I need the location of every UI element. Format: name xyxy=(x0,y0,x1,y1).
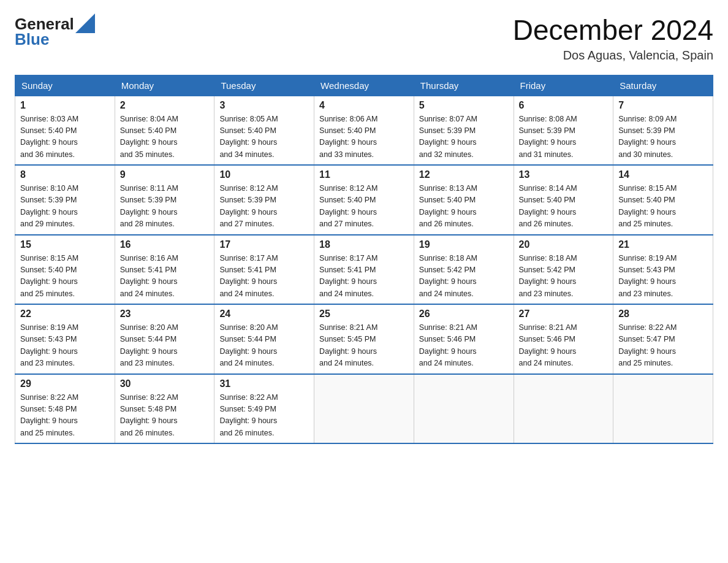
day-info: Sunrise: 8:22 AMSunset: 5:49 PMDaylight:… xyxy=(219,392,309,440)
calendar-cell: 8Sunrise: 8:10 AMSunset: 5:39 PMDaylight… xyxy=(15,165,115,235)
calendar-cell: 5Sunrise: 8:07 AMSunset: 5:39 PMDaylight… xyxy=(414,96,514,165)
calendar-cell: 28Sunrise: 8:22 AMSunset: 5:47 PMDayligh… xyxy=(613,304,713,374)
day-info: Sunrise: 8:10 AMSunset: 5:39 PMDaylight:… xyxy=(20,183,110,231)
calendar-cell: 31Sunrise: 8:22 AMSunset: 5:49 PMDayligh… xyxy=(214,374,314,444)
calendar-cell: 26Sunrise: 8:21 AMSunset: 5:46 PMDayligh… xyxy=(414,304,514,374)
logo: General Blue xyxy=(15,15,95,49)
day-number: 5 xyxy=(419,100,509,111)
calendar-cell: 15Sunrise: 8:15 AMSunset: 5:40 PMDayligh… xyxy=(15,235,115,305)
calendar-cell: 18Sunrise: 8:17 AMSunset: 5:41 PMDayligh… xyxy=(314,235,414,305)
calendar-week-2: 8Sunrise: 8:10 AMSunset: 5:39 PMDaylight… xyxy=(15,165,713,235)
calendar-cell xyxy=(314,374,414,444)
day-info: Sunrise: 8:21 AMSunset: 5:46 PMDaylight:… xyxy=(519,322,609,370)
day-number: 17 xyxy=(219,239,309,250)
calendar-week-3: 15Sunrise: 8:15 AMSunset: 5:40 PMDayligh… xyxy=(15,235,713,305)
day-info: Sunrise: 8:21 AMSunset: 5:46 PMDaylight:… xyxy=(419,322,509,370)
calendar-body: 1Sunrise: 8:03 AMSunset: 5:40 PMDaylight… xyxy=(15,96,713,443)
day-info: Sunrise: 8:17 AMSunset: 5:41 PMDaylight:… xyxy=(319,253,409,301)
day-info: Sunrise: 8:18 AMSunset: 5:42 PMDaylight:… xyxy=(519,253,609,301)
day-info: Sunrise: 8:12 AMSunset: 5:40 PMDaylight:… xyxy=(319,183,409,231)
day-info: Sunrise: 8:08 AMSunset: 5:39 PMDaylight:… xyxy=(519,113,609,161)
day-info: Sunrise: 8:13 AMSunset: 5:40 PMDaylight:… xyxy=(419,183,509,231)
month-year-title: December 2024 xyxy=(513,15,713,46)
day-info: Sunrise: 8:18 AMSunset: 5:42 PMDaylight:… xyxy=(419,253,509,301)
day-number: 11 xyxy=(319,169,409,180)
day-number: 7 xyxy=(618,100,708,111)
calendar-cell: 17Sunrise: 8:17 AMSunset: 5:41 PMDayligh… xyxy=(214,235,314,305)
calendar-cell: 12Sunrise: 8:13 AMSunset: 5:40 PMDayligh… xyxy=(414,165,514,235)
logo-blue: Blue xyxy=(15,30,49,49)
day-info: Sunrise: 8:07 AMSunset: 5:39 PMDaylight:… xyxy=(419,113,509,161)
day-info: Sunrise: 8:12 AMSunset: 5:39 PMDaylight:… xyxy=(219,183,309,231)
day-info: Sunrise: 8:06 AMSunset: 5:40 PMDaylight:… xyxy=(319,113,409,161)
calendar-cell xyxy=(613,374,713,444)
calendar-cell: 29Sunrise: 8:22 AMSunset: 5:48 PMDayligh… xyxy=(15,374,115,444)
column-header-monday: Monday xyxy=(115,75,214,96)
day-info: Sunrise: 8:22 AMSunset: 5:48 PMDaylight:… xyxy=(120,392,210,440)
calendar-cell xyxy=(514,374,613,444)
calendar-cell: 4Sunrise: 8:06 AMSunset: 5:40 PMDaylight… xyxy=(314,96,414,165)
calendar-cell: 25Sunrise: 8:21 AMSunset: 5:45 PMDayligh… xyxy=(314,304,414,374)
day-number: 14 xyxy=(618,169,708,180)
day-number: 2 xyxy=(120,100,210,111)
day-info: Sunrise: 8:20 AMSunset: 5:44 PMDaylight:… xyxy=(219,322,309,370)
calendar-cell: 11Sunrise: 8:12 AMSunset: 5:40 PMDayligh… xyxy=(314,165,414,235)
day-info: Sunrise: 8:16 AMSunset: 5:41 PMDaylight:… xyxy=(120,253,210,301)
day-number: 6 xyxy=(519,100,609,111)
day-number: 8 xyxy=(20,169,110,180)
day-number: 21 xyxy=(618,239,708,250)
logo-icon xyxy=(75,13,95,33)
day-info: Sunrise: 8:17 AMSunset: 5:41 PMDaylight:… xyxy=(219,253,309,301)
day-number: 12 xyxy=(419,169,509,180)
day-info: Sunrise: 8:21 AMSunset: 5:45 PMDaylight:… xyxy=(319,322,409,370)
day-number: 1 xyxy=(20,100,110,111)
calendar-week-4: 22Sunrise: 8:19 AMSunset: 5:43 PMDayligh… xyxy=(15,304,713,374)
column-header-sunday: Sunday xyxy=(15,75,115,96)
calendar-cell: 6Sunrise: 8:08 AMSunset: 5:39 PMDaylight… xyxy=(514,96,613,165)
column-header-tuesday: Tuesday xyxy=(214,75,314,96)
day-number: 4 xyxy=(319,100,409,111)
calendar-cell: 24Sunrise: 8:20 AMSunset: 5:44 PMDayligh… xyxy=(214,304,314,374)
day-info: Sunrise: 8:14 AMSunset: 5:40 PMDaylight:… xyxy=(519,183,609,231)
calendar-cell: 10Sunrise: 8:12 AMSunset: 5:39 PMDayligh… xyxy=(214,165,314,235)
column-header-friday: Friday xyxy=(514,75,613,96)
svg-marker-0 xyxy=(75,13,95,33)
day-number: 30 xyxy=(120,378,210,389)
calendar-cell: 13Sunrise: 8:14 AMSunset: 5:40 PMDayligh… xyxy=(514,165,613,235)
day-number: 28 xyxy=(618,308,708,320)
day-info: Sunrise: 8:09 AMSunset: 5:39 PMDaylight:… xyxy=(618,113,708,161)
day-info: Sunrise: 8:11 AMSunset: 5:39 PMDaylight:… xyxy=(120,183,210,231)
day-info: Sunrise: 8:20 AMSunset: 5:44 PMDaylight:… xyxy=(120,322,210,370)
title-block: December 2024 Dos Aguas, Valencia, Spain xyxy=(513,15,713,63)
calendar-header-row: SundayMondayTuesdayWednesdayThursdayFrid… xyxy=(15,75,713,96)
day-number: 13 xyxy=(519,169,609,180)
day-info: Sunrise: 8:19 AMSunset: 5:43 PMDaylight:… xyxy=(618,253,708,301)
location-subtitle: Dos Aguas, Valencia, Spain xyxy=(513,48,713,63)
day-info: Sunrise: 8:15 AMSunset: 5:40 PMDaylight:… xyxy=(618,183,708,231)
day-number: 23 xyxy=(120,308,210,320)
day-number: 20 xyxy=(519,239,609,250)
calendar-cell: 20Sunrise: 8:18 AMSunset: 5:42 PMDayligh… xyxy=(514,235,613,305)
calendar-cell: 27Sunrise: 8:21 AMSunset: 5:46 PMDayligh… xyxy=(514,304,613,374)
calendar-cell: 3Sunrise: 8:05 AMSunset: 5:40 PMDaylight… xyxy=(214,96,314,165)
calendar-cell: 22Sunrise: 8:19 AMSunset: 5:43 PMDayligh… xyxy=(15,304,115,374)
day-info: Sunrise: 8:19 AMSunset: 5:43 PMDaylight:… xyxy=(20,322,110,370)
day-number: 25 xyxy=(319,308,409,320)
column-header-thursday: Thursday xyxy=(414,75,514,96)
day-number: 9 xyxy=(120,169,210,180)
calendar-cell: 21Sunrise: 8:19 AMSunset: 5:43 PMDayligh… xyxy=(613,235,713,305)
calendar-table: SundayMondayTuesdayWednesdayThursdayFrid… xyxy=(15,75,713,445)
column-header-saturday: Saturday xyxy=(613,75,713,96)
calendar-cell: 9Sunrise: 8:11 AMSunset: 5:39 PMDaylight… xyxy=(115,165,214,235)
day-info: Sunrise: 8:22 AMSunset: 5:48 PMDaylight:… xyxy=(20,392,110,440)
day-info: Sunrise: 8:05 AMSunset: 5:40 PMDaylight:… xyxy=(219,113,309,161)
page-header: General Blue December 2024 Dos Aguas, Va… xyxy=(15,15,713,63)
calendar-cell: 1Sunrise: 8:03 AMSunset: 5:40 PMDaylight… xyxy=(15,96,115,165)
day-number: 24 xyxy=(219,308,309,320)
day-number: 29 xyxy=(20,378,110,389)
day-info: Sunrise: 8:03 AMSunset: 5:40 PMDaylight:… xyxy=(20,113,110,161)
calendar-cell: 16Sunrise: 8:16 AMSunset: 5:41 PMDayligh… xyxy=(115,235,214,305)
calendar-cell xyxy=(414,374,514,444)
day-number: 26 xyxy=(419,308,509,320)
day-info: Sunrise: 8:15 AMSunset: 5:40 PMDaylight:… xyxy=(20,253,110,301)
